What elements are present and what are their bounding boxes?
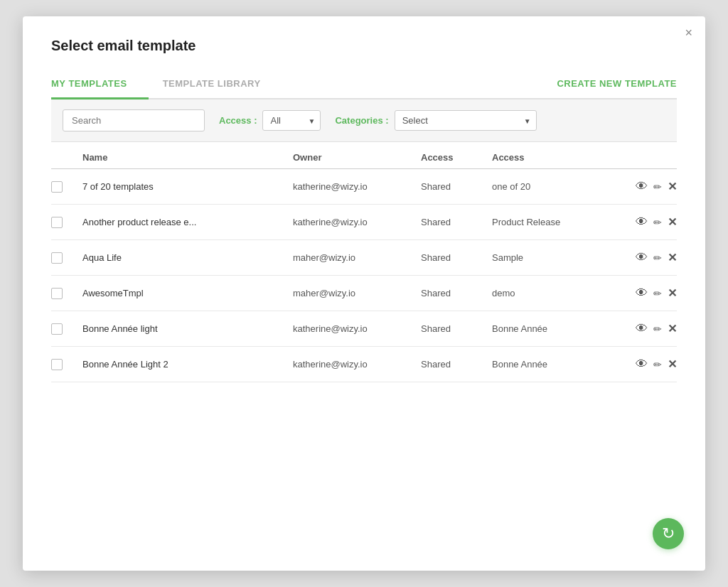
- category-text: demo: [492, 288, 606, 298]
- row-checkbox-col: [51, 288, 80, 299]
- template-name: Aqua Life: [80, 252, 293, 263]
- template-name: 7 of 20 templates: [80, 181, 293, 192]
- tab-create-new-template[interactable]: CREATE NEW TEMPLATE: [557, 70, 677, 99]
- delete-icon[interactable]: ✕: [668, 217, 677, 228]
- owner-email: katherine@wizy.io: [293, 181, 421, 192]
- access-badge: Shared: [421, 181, 492, 192]
- edit-icon[interactable]: ✏: [653, 324, 662, 334]
- delete-icon[interactable]: ✕: [668, 181, 677, 193]
- access-badge: Shared: [421, 323, 492, 334]
- row-actions: 👁 ✏ ✕: [606, 216, 677, 228]
- modal: × Select email template MY TEMPLATES TEM…: [23, 16, 705, 571]
- access-badge: Shared: [421, 359, 492, 370]
- row-checkbox-col: [51, 252, 80, 264]
- row-actions: 👁 ✏ ✕: [606, 323, 677, 335]
- owner-email: katherine@wizy.io: [293, 217, 421, 227]
- filter-bar: Access : All Shared Private Categories :…: [51, 99, 677, 142]
- categories-select-wrapper: Select one of 20 Product Release Sample …: [395, 110, 537, 131]
- template-name: Bonne Année light: [80, 323, 293, 334]
- tab-bar: MY TEMPLATES TEMPLATE LIBRARY CREATE NEW…: [51, 70, 677, 99]
- tab-my-templates[interactable]: MY TEMPLATES: [51, 70, 149, 99]
- edit-icon[interactable]: ✏: [653, 253, 662, 263]
- edit-icon[interactable]: ✏: [653, 360, 662, 370]
- template-name: Bonne Année Light 2: [80, 359, 293, 370]
- edit-icon[interactable]: ✏: [653, 182, 662, 192]
- table-row: AwesomeTmpl maher@wizy.io Shared demo 👁 …: [51, 276, 677, 311]
- owner-email: katherine@wizy.io: [293, 359, 421, 370]
- categories-select[interactable]: Select one of 20 Product Release Sample …: [395, 110, 537, 131]
- row-checkbox-col: [51, 181, 80, 193]
- tab-template-library[interactable]: TEMPLATE LIBRARY: [163, 70, 282, 99]
- modal-title: Select email template: [51, 38, 677, 54]
- categories-filter-group: Categories : Select one of 20 Product Re…: [335, 110, 536, 131]
- row-actions: 👁 ✏ ✕: [606, 252, 677, 264]
- row-actions: 👁 ✏ ✕: [606, 358, 677, 370]
- refresh-button[interactable]: ↻: [653, 518, 684, 549]
- table-row: 7 of 20 templates katherine@wizy.io Shar…: [51, 169, 677, 205]
- access-select[interactable]: All Shared Private: [262, 110, 321, 131]
- row-checkbox-col: [51, 323, 80, 335]
- owner-email: maher@wizy.io: [293, 288, 421, 298]
- view-icon[interactable]: 👁: [636, 323, 648, 335]
- row-checkbox-col: [51, 359, 80, 370]
- edit-icon[interactable]: ✏: [653, 217, 662, 227]
- template-table: Name Owner Access Access 7 of 20 templat…: [51, 142, 677, 382]
- row-actions: 👁 ✏ ✕: [606, 287, 677, 299]
- template-name: AwesomeTmpl: [80, 288, 293, 298]
- view-icon[interactable]: 👁: [636, 287, 648, 299]
- delete-icon[interactable]: ✕: [668, 323, 677, 335]
- row-checkbox-col: [51, 217, 80, 228]
- row-checkbox[interactable]: [51, 217, 63, 228]
- header-access: Access: [421, 152, 492, 163]
- header-name: Name: [80, 152, 293, 163]
- category-text: Bonne Année: [492, 359, 606, 370]
- table-header: Name Owner Access Access: [51, 142, 677, 169]
- table-row: Aqua Life maher@wizy.io Shared Sample 👁 …: [51, 240, 677, 276]
- row-checkbox[interactable]: [51, 181, 63, 193]
- access-badge: Shared: [421, 217, 492, 227]
- category-text: Sample: [492, 252, 606, 263]
- access-badge: Shared: [421, 288, 492, 298]
- category-text: one of 20: [492, 181, 606, 192]
- header-owner: Owner: [293, 152, 421, 163]
- category-text: Bonne Année: [492, 323, 606, 334]
- row-checkbox[interactable]: [51, 288, 63, 299]
- access-select-wrapper: All Shared Private: [262, 110, 321, 131]
- edit-icon[interactable]: ✏: [653, 289, 662, 298]
- owner-email: maher@wizy.io: [293, 252, 421, 263]
- row-checkbox[interactable]: [51, 323, 63, 335]
- access-badge: Shared: [421, 252, 492, 263]
- close-button[interactable]: ×: [685, 26, 692, 39]
- table-row: Bonne Année Light 2 katherine@wizy.io Sh…: [51, 347, 677, 382]
- table-row: Another product release e... katherine@w…: [51, 205, 677, 240]
- delete-icon[interactable]: ✕: [668, 359, 677, 370]
- search-input[interactable]: [63, 109, 205, 131]
- view-icon[interactable]: 👁: [636, 181, 648, 193]
- delete-icon[interactable]: ✕: [668, 288, 677, 299]
- access-filter-group: Access : All Shared Private: [219, 110, 321, 131]
- header-actions: [606, 152, 677, 163]
- category-text: Product Release: [492, 217, 606, 227]
- categories-filter-label: Categories :: [335, 115, 388, 126]
- table-row: Bonne Année light katherine@wizy.io Shar…: [51, 311, 677, 347]
- view-icon[interactable]: 👁: [636, 252, 648, 264]
- header-checkbox-col: [51, 152, 80, 163]
- delete-icon[interactable]: ✕: [668, 252, 677, 264]
- owner-email: katherine@wizy.io: [293, 323, 421, 334]
- view-icon[interactable]: 👁: [636, 216, 648, 228]
- template-name: Another product release e...: [80, 217, 293, 227]
- row-actions: 👁 ✏ ✕: [606, 181, 677, 193]
- view-icon[interactable]: 👁: [636, 358, 648, 370]
- header-category: Access: [492, 152, 606, 163]
- row-checkbox[interactable]: [51, 252, 63, 264]
- row-checkbox[interactable]: [51, 359, 63, 370]
- access-filter-label: Access :: [219, 115, 257, 126]
